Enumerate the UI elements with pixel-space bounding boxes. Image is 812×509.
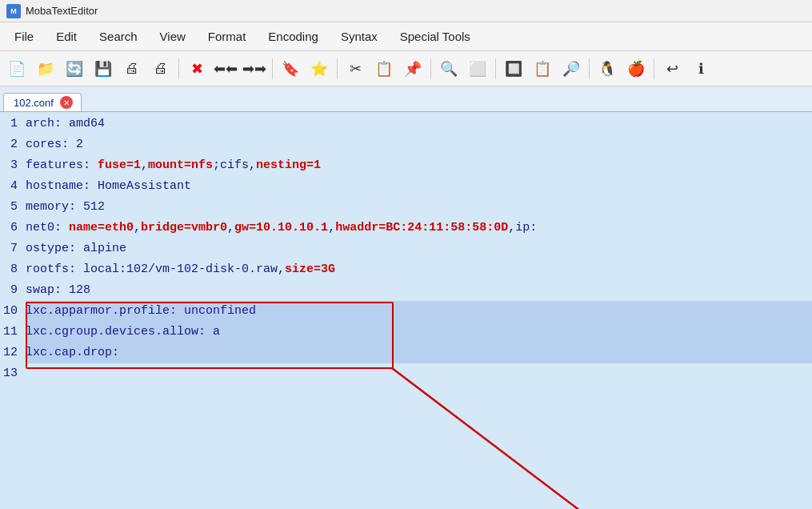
toolbar-btn-copy2[interactable]: 📋 (529, 55, 556, 82)
toolbar-btn-undo[interactable]: ↩ (658, 55, 686, 82)
toolbar-btn-reload[interactable]: 🔄 (61, 55, 88, 82)
toolbar-btn-info[interactable]: ℹ (687, 55, 714, 82)
line-number-12: 12 (0, 343, 18, 363)
toolbar-btn-print[interactable]: 🖨 (147, 55, 174, 82)
toolbar-btn-select-all[interactable]: ⬜ (464, 55, 491, 82)
line-number-3: 3 (0, 155, 18, 176)
toolbar-btn-delete[interactable]: ✖ (183, 55, 210, 82)
sep3 (337, 58, 338, 79)
menu-item-special-tools[interactable]: Special Tools (389, 26, 482, 46)
menu-bar: FileEditSearchViewFormatEncodingSyntaxSp… (0, 22, 812, 51)
line-number-8: 8 (0, 259, 18, 280)
menu-item-view[interactable]: View (149, 26, 197, 46)
code-line-3: features: fuse=1,mount=nfs;cifs,nesting=… (26, 155, 812, 176)
toolbar-btn-saveas[interactable]: 🖨 (118, 55, 146, 82)
code-line-9: swap: 128 (26, 280, 812, 301)
line-number-9: 9 (0, 280, 18, 301)
toolbar-btn-copy[interactable]: 📋 (370, 55, 398, 82)
code-line-8: rootfs: local:102/vm-102-disk-0.raw,size… (26, 259, 812, 280)
toolbar-btn-bookmark[interactable]: 🔖 (277, 55, 304, 82)
code-line-4: hostname: HomeAssistant (26, 176, 812, 197)
app-icon: M (6, 4, 21, 18)
line-number-11: 11 (0, 322, 18, 343)
code-area[interactable]: arch: amd64cores: 2features: fuse=1,moun… (21, 112, 812, 509)
line-number-2: 2 (0, 134, 18, 155)
line-numbers: 12345678910111213 (0, 112, 21, 384)
code-line-2: cores: 2 (26, 134, 812, 155)
sep5 (495, 58, 496, 79)
toolbar-btn-find[interactable]: 🔎 (558, 55, 585, 82)
code-line-13 (26, 363, 812, 384)
line-number-5: 5 (0, 197, 18, 218)
code-line-5: memory: 512 (26, 197, 812, 218)
toolbar-btn-apple[interactable]: 🍎 (622, 55, 650, 82)
sep7 (654, 58, 654, 79)
toolbar-btn-paste[interactable]: 📌 (399, 55, 426, 82)
line-number-4: 4 (0, 176, 18, 197)
sep4 (430, 58, 431, 79)
toolbar-btn-save[interactable]: 💾 (90, 55, 117, 82)
line-number-6: 6 (0, 218, 18, 238)
toolbar-btn-open[interactable]: 📁 (32, 55, 59, 82)
sep1 (178, 58, 179, 79)
line-number-13: 13 (0, 363, 18, 384)
tab-102conf[interactable]: 102.conf ✕ (3, 93, 82, 111)
code-line-10: lxc.apparmor.profile: unconfined (26, 301, 812, 322)
toolbar-btn-zoom-out[interactable]: 🔲 (500, 55, 527, 82)
sep2 (272, 58, 273, 79)
tab-close-button[interactable]: ✕ (60, 96, 73, 109)
line-number-10: 10 (0, 301, 18, 322)
menu-item-format[interactable]: Format (197, 26, 258, 46)
code-line-1: arch: amd64 (26, 114, 812, 134)
code-line-11: lxc.cgroup.devices.allow: a (26, 322, 812, 343)
code-line-12: lxc.cap.drop: (26, 343, 812, 363)
toolbar-btn-search-btn[interactable]: 🔍 (435, 55, 462, 82)
toolbar-btn-linux[interactable]: 🐧 (594, 55, 621, 82)
editor: 12345678910111213 arch: amd64cores: 2fea… (0, 112, 812, 509)
menu-item-edit[interactable]: Edit (45, 26, 88, 46)
toolbar-btn-cut[interactable]: ✂ (342, 55, 369, 82)
menu-item-syntax[interactable]: Syntax (330, 26, 389, 46)
app-title: MobaTextEditor (26, 5, 98, 17)
menu-item-file[interactable]: File (3, 26, 45, 46)
title-bar: M MobaTextEditor (0, 0, 812, 22)
tab-bar: 102.conf ✕ (0, 86, 812, 112)
code-line-6: net0: name=eth0,bridge=vmbr0,gw=10.10.10… (26, 218, 812, 238)
toolbar: 📄📁🔄💾🖨🖨✖⬅⬅➡➡🔖⭐✂📋📌🔍⬜🔲📋🔎🐧🍎↩ℹ (0, 51, 812, 86)
toolbar-btn-star[interactable]: ⭐ (306, 55, 333, 82)
toolbar-btn-new[interactable]: 📄 (3, 55, 30, 82)
toolbar-btn-unindent[interactable]: ➡➡ (241, 55, 268, 82)
menu-item-search[interactable]: Search (88, 26, 149, 46)
menu-item-encoding[interactable]: Encoding (257, 26, 330, 46)
line-number-7: 7 (0, 238, 18, 259)
tab-label: 102.conf (14, 97, 54, 109)
toolbar-btn-indent[interactable]: ⬅⬅ (212, 55, 239, 82)
code-line-7: ostype: alpine (26, 238, 812, 259)
sep6 (589, 58, 590, 79)
line-number-1: 1 (0, 114, 18, 134)
